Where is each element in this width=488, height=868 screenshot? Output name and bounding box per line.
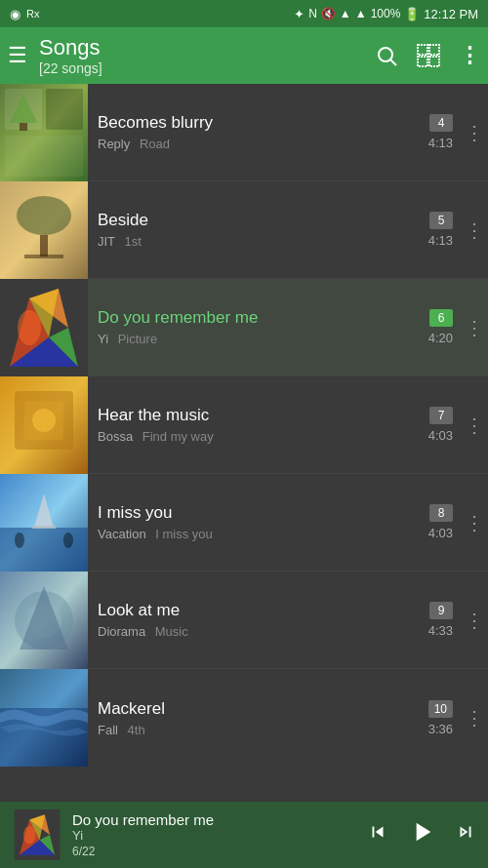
secondary-icon: Rx [26, 8, 39, 20]
page-title: Songs [39, 35, 363, 60]
song-right: 6 4:20 [428, 279, 461, 375]
artist-name: Yi [98, 332, 108, 346]
song-meta: Vacation I miss you [98, 527, 419, 541]
time: 12:12 PM [424, 7, 478, 21]
song-more-button[interactable]: ⋮ [461, 308, 488, 347]
battery-text: 100% [371, 7, 401, 20]
album-art [0, 669, 88, 767]
song-right: 10 3:36 [428, 669, 461, 767]
next-button[interactable] [455, 821, 476, 848]
now-playing-info: Do you remember me Yi 6/22 [72, 811, 357, 858]
album-art [0, 279, 88, 376]
song-more-button[interactable]: ⋮ [461, 406, 488, 445]
song-title: Look at me [98, 601, 419, 620]
svg-rect-3 [429, 45, 439, 55]
song-meta: Yi Picture [98, 332, 419, 346]
track-number: 8 [429, 504, 453, 522]
album-name: 1st [124, 234, 141, 249]
song-duration: 4:03 [428, 428, 453, 443]
song-info: Do you remember me Yi Picture [88, 308, 428, 346]
svg-line-1 [391, 60, 397, 66]
list-item[interactable]: Do you remember me Yi Picture 6 4:20 ⋮ [0, 279, 488, 376]
artist-name: Bossa [98, 429, 133, 444]
song-right: 5 4:13 [428, 181, 461, 278]
song-meta: Fall 4th [98, 723, 419, 737]
now-playing-artist: Yi [72, 828, 357, 843]
svg-point-32 [63, 533, 73, 548]
song-title: Hear the music [98, 406, 419, 425]
now-playing-bar: Do you remember me Yi 6/22 [0, 802, 488, 868]
grid-view-icon[interactable] [416, 43, 441, 68]
track-number: 7 [429, 407, 453, 424]
song-more-button[interactable]: ⋮ [461, 698, 488, 737]
song-right: 9 4:33 [428, 572, 461, 668]
list-item[interactable]: Mackerel Fall 4th 10 3:36 ⋮ [0, 669, 488, 767]
status-left: ◉ Rx [10, 7, 39, 21]
svg-rect-28 [0, 528, 88, 572]
list-item[interactable]: Beside JIT 1st 5 4:13 ⋮ [0, 181, 488, 279]
artist-name: Diorama [98, 624, 145, 639]
list-item[interactable]: Look at me Diorama Music 9 4:33 ⋮ [0, 572, 488, 669]
album-art [0, 181, 88, 279]
album-art [0, 572, 88, 669]
wifi-icon: ▲ [340, 7, 351, 20]
album-name: 4th [128, 723, 145, 737]
song-duration: 4:33 [428, 623, 453, 638]
album-name: Picture [118, 332, 157, 346]
album-name: Find my way [142, 429, 214, 444]
toolbar-title-block: Songs [22 songs] [39, 35, 363, 76]
album-name: Music [155, 624, 188, 639]
svg-rect-8 [46, 89, 83, 130]
menu-button[interactable]: ☰ [8, 43, 27, 68]
toolbar-icons: ⋮ [375, 43, 480, 68]
song-more-button[interactable]: ⋮ [461, 211, 488, 250]
song-info: Look at me Diorama Music [88, 601, 428, 639]
track-number: 9 [429, 602, 453, 619]
svg-point-0 [379, 48, 392, 61]
song-title: Do you remember me [98, 308, 419, 328]
list-item[interactable]: Hear the music Bossa Find my way 7 4:03 … [0, 376, 488, 474]
song-right: 7 4:03 [428, 376, 461, 473]
artist-name: Reply [98, 137, 130, 151]
svg-rect-2 [418, 45, 427, 55]
toolbar: ☰ Songs [22 songs] ⋮ [0, 27, 488, 84]
song-more-button[interactable]: ⋮ [461, 601, 488, 640]
song-title: I miss you [98, 503, 419, 523]
album-art [0, 84, 88, 181]
song-right: 4 4:13 [428, 84, 461, 180]
now-playing-art [12, 809, 62, 860]
track-number: 6 [429, 309, 453, 327]
song-duration: 3:36 [428, 722, 453, 736]
overflow-menu-button[interactable]: ⋮ [459, 43, 480, 68]
track-number: 4 [429, 114, 453, 132]
song-title: Becomes blurry [98, 113, 419, 133]
previous-button[interactable] [367, 821, 388, 848]
list-item[interactable]: Becomes blurry Reply Road 4 4:13 ⋮ [0, 84, 488, 181]
song-duration: 4:13 [428, 233, 453, 248]
svg-point-26 [32, 409, 56, 432]
song-more-button[interactable]: ⋮ [461, 113, 488, 152]
song-info: Beside JIT 1st [88, 211, 428, 249]
bluetooth-icon: ✦ [294, 7, 305, 21]
play-pause-button[interactable] [406, 816, 437, 854]
android-logo: ◉ [10, 7, 20, 21]
search-icon[interactable] [375, 44, 398, 67]
battery-icon: 🔋 [404, 7, 420, 21]
svg-rect-15 [24, 255, 63, 258]
list-item[interactable]: I miss you Vacation I miss you 8 4:03 ⋮ [0, 474, 488, 572]
svg-rect-9 [5, 136, 83, 177]
song-info: Mackerel Fall 4th [88, 699, 428, 737]
mute-icon: 🔇 [321, 7, 336, 20]
song-meta: JIT 1st [98, 234, 419, 249]
svg-point-13 [17, 196, 71, 235]
song-more-button[interactable]: ⋮ [461, 503, 488, 542]
svg-point-22 [18, 310, 41, 345]
song-meta: Diorama Music [98, 624, 419, 639]
song-meta: Bossa Find my way [98, 429, 419, 444]
svg-rect-4 [418, 57, 427, 66]
svg-rect-11 [20, 123, 27, 131]
song-info: Hear the music Bossa Find my way [88, 406, 428, 444]
album-art [0, 376, 88, 474]
song-list: Becomes blurry Reply Road 4 4:13 ⋮ Besid [0, 84, 488, 802]
svg-rect-14 [40, 235, 48, 256]
